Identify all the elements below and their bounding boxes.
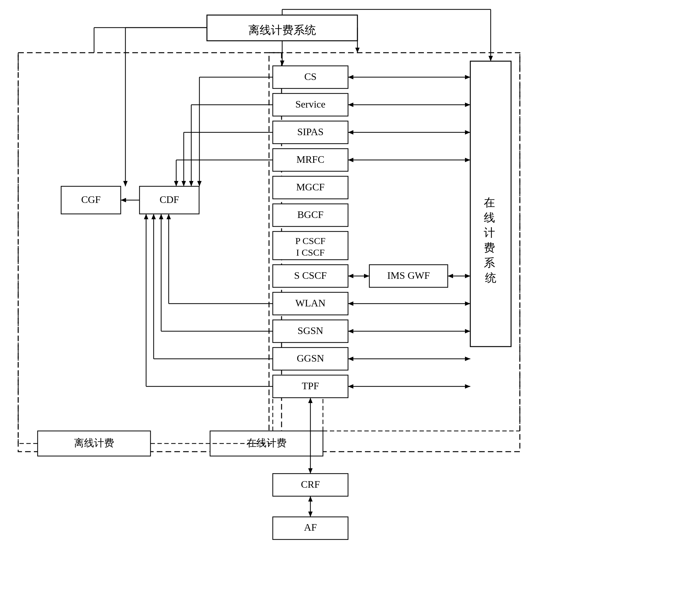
svg-marker-91 (308, 468, 312, 474)
svg-marker-61 (348, 103, 353, 107)
svg-marker-77 (465, 356, 470, 361)
tpf-label: TPF (302, 380, 319, 391)
cdf-label: CDF (159, 194, 179, 205)
svg-marker-65 (465, 130, 470, 134)
online-charge-label: 在线计费 (247, 437, 286, 448)
svg-marker-83 (364, 274, 369, 278)
ggsn-label: GGSN (297, 352, 324, 364)
diagram-svg: 离线计费系统 在 线 计 费 系 统 CS Service SIPAS MRFC… (0, 0, 681, 616)
svg-marker-36 (189, 181, 194, 186)
service-label: Service (295, 98, 325, 110)
svg-marker-70 (348, 301, 353, 306)
svg-marker-88 (280, 60, 284, 66)
svg-marker-62 (465, 103, 470, 107)
svg-marker-30 (121, 198, 126, 202)
svg-marker-50 (159, 214, 163, 219)
svg-marker-90 (308, 398, 312, 403)
ims-gwf-label: IMS GWF (387, 270, 430, 281)
sipas-label: SIPAS (297, 126, 324, 138)
svg-marker-93 (308, 496, 312, 501)
cs-label: CS (304, 71, 317, 82)
svg-marker-47 (167, 214, 171, 219)
svg-marker-33 (197, 181, 202, 186)
bgcf-label: BGCF (297, 209, 324, 220)
scscf-label: S CSCF (294, 270, 327, 281)
svg-marker-59 (465, 75, 470, 79)
cgf-label: CGF (81, 194, 101, 205)
wlan-label: WLAN (295, 297, 325, 309)
svg-marker-53 (151, 214, 156, 219)
svg-marker-79 (348, 384, 353, 389)
svg-marker-74 (465, 329, 470, 334)
pcscf-label: P CSCF (295, 236, 325, 246)
svg-marker-58 (348, 75, 353, 79)
svg-marker-76 (348, 356, 353, 361)
svg-marker-68 (465, 158, 470, 162)
af-label: AF (304, 522, 317, 533)
svg-marker-67 (348, 158, 353, 162)
offline-charge-label: 离线计费 (74, 437, 114, 448)
svg-marker-94 (308, 512, 312, 517)
sgsn-label: SGSN (298, 325, 323, 336)
icscf-label: I CSCF (296, 247, 325, 257)
svg-marker-26 (488, 56, 493, 61)
mgcf-label: MGCF (296, 181, 325, 193)
svg-rect-1 (18, 53, 282, 452)
svg-marker-56 (144, 214, 148, 219)
svg-marker-86 (465, 274, 470, 278)
svg-marker-42 (174, 181, 178, 186)
svg-marker-44 (123, 181, 128, 186)
mrfc-label: MRFC (297, 154, 325, 165)
svg-marker-82 (348, 274, 353, 278)
svg-marker-71 (465, 301, 470, 306)
svg-marker-64 (348, 130, 353, 134)
svg-marker-106 (355, 48, 360, 53)
diagram: 离线计费系统 在 线 计 费 系 统 CS Service SIPAS MRFC… (0, 0, 681, 616)
offline-billing-label: 离线计费系统 (248, 24, 316, 36)
svg-marker-85 (448, 274, 453, 278)
svg-marker-80 (465, 384, 470, 389)
svg-marker-73 (348, 329, 353, 334)
crf-label: CRF (301, 478, 320, 490)
svg-marker-39 (181, 181, 186, 186)
